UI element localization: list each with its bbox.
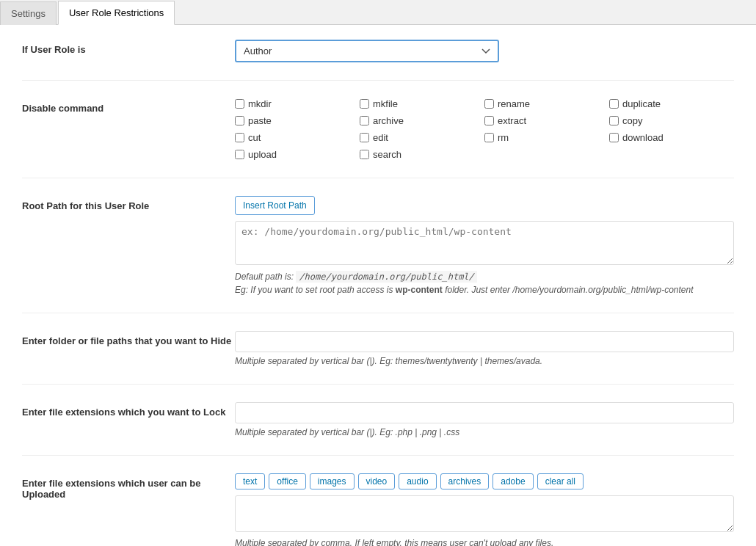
checkbox-extract-label: extract: [498, 115, 526, 126]
tab-settings[interactable]: Settings: [0, 1, 57, 25]
upload-extensions-control: text office images video audio archives …: [235, 473, 734, 546]
lock-extensions-control: Multiple separated by vertical bar (|). …: [235, 402, 734, 437]
checkbox-mkfile[interactable]: mkfile: [360, 98, 477, 109]
checkbox-upload-label: upload: [248, 149, 277, 160]
checkbox-download[interactable]: download: [609, 132, 727, 143]
checkbox-paste-input[interactable]: [235, 116, 244, 125]
root-path-hint: Eg: If you want to set root path access …: [235, 285, 734, 295]
checkbox-upload-input[interactable]: [235, 150, 244, 159]
default-path-text: Default path is: /home/yourdomain.org/pu…: [235, 272, 734, 282]
checkbox-mkdir-input[interactable]: [235, 99, 244, 109]
checkbox-duplicate-label: duplicate: [622, 98, 661, 109]
checkbox-paste-label: paste: [248, 115, 272, 126]
checkbox-copy-input[interactable]: [609, 116, 619, 125]
checkbox-search[interactable]: search: [360, 149, 477, 160]
disable-command-label: Disable command: [22, 98, 235, 114]
checkbox-edit[interactable]: edit: [360, 132, 477, 143]
checkbox-duplicate-input[interactable]: [609, 99, 619, 109]
checkbox-edit-input[interactable]: [360, 133, 369, 142]
disable-command-control: mkdir mkfile rename duplicate paste arch…: [235, 98, 734, 160]
checkbox-mkdir-label: mkdir: [248, 98, 272, 109]
lock-extensions-hint: Multiple separated by vertical bar (|). …: [235, 427, 734, 437]
checkbox-paste[interactable]: paste: [235, 115, 352, 126]
tag-audio-button[interactable]: audio: [399, 473, 436, 489]
checkbox-archive-label: archive: [373, 115, 404, 126]
checkbox-mkfile-input[interactable]: [360, 99, 369, 109]
root-path-textarea[interactable]: [235, 221, 734, 265]
checkbox-rm-input[interactable]: [484, 133, 494, 142]
root-path-row: Root Path for this User Role Insert Root…: [22, 196, 734, 313]
tag-clear-all-button[interactable]: clear all: [537, 473, 584, 489]
tag-office-button[interactable]: office: [269, 473, 305, 489]
upload-extensions-textarea[interactable]: [235, 495, 734, 532]
checkbox-extract[interactable]: extract: [484, 115, 602, 126]
tag-text-button[interactable]: text: [235, 473, 265, 489]
user-role-row: If User Role is Administrator Editor Aut…: [22, 40, 734, 81]
checkbox-cut[interactable]: cut: [235, 132, 352, 143]
hide-folders-hint: Multiple separated by vertical bar (|). …: [235, 356, 734, 366]
checkbox-search-input[interactable]: [360, 150, 369, 159]
lock-extensions-input[interactable]: [235, 402, 734, 423]
checkbox-download-input[interactable]: [609, 133, 619, 142]
default-path-value: /home/yourdomain.org/public_html/: [296, 271, 476, 283]
checkbox-rm-label: rm: [498, 132, 509, 143]
tag-adobe-button[interactable]: adobe: [493, 473, 533, 489]
checkbox-mkfile-label: mkfile: [373, 98, 398, 109]
hide-folders-control: Multiple separated by vertical bar (|). …: [235, 331, 734, 366]
root-path-control: Insert Root Path Default path is: /home/…: [235, 196, 734, 295]
tab-user-role-restrictions[interactable]: User Role Restrictions: [58, 1, 175, 25]
hide-folders-row: Enter folder or file paths that you want…: [22, 331, 734, 385]
tag-images-button[interactable]: images: [310, 473, 355, 489]
lock-extensions-label: Enter file extensions which you want to …: [22, 402, 235, 418]
user-role-select[interactable]: Administrator Editor Author Contributor …: [235, 40, 499, 62]
checkbox-edit-label: edit: [373, 132, 388, 143]
checkbox-rename-input[interactable]: [484, 99, 494, 109]
checkbox-mkdir[interactable]: mkdir: [235, 98, 352, 109]
checkbox-extract-input[interactable]: [484, 116, 494, 125]
checkbox-archive[interactable]: archive: [360, 115, 477, 126]
checkbox-copy-label: copy: [622, 115, 642, 126]
tag-archives-button[interactable]: archives: [440, 473, 490, 489]
checkboxes-grid: mkdir mkfile rename duplicate paste arch…: [235, 98, 734, 160]
checkbox-duplicate[interactable]: duplicate: [609, 98, 727, 109]
tag-buttons-group: text office images video audio archives …: [235, 473, 734, 489]
checkbox-rename-label: rename: [498, 98, 530, 109]
checkbox-copy[interactable]: copy: [609, 115, 727, 126]
user-role-label: If User Role is: [22, 40, 235, 55]
upload-extensions-hint: Multiple separated by comma. If left emp…: [235, 538, 734, 546]
upload-extensions-row: Enter file extensions which user can be …: [22, 473, 734, 546]
checkbox-cut-label: cut: [248, 132, 261, 143]
checkbox-download-label: download: [622, 132, 664, 143]
disable-command-row: Disable command mkdir mkfile rename dupl…: [22, 98, 734, 178]
lock-extensions-row: Enter file extensions which you want to …: [22, 402, 734, 456]
hide-folders-label: Enter folder or file paths that you want…: [22, 331, 235, 346]
user-role-control: Administrator Editor Author Contributor …: [235, 40, 734, 62]
main-panel: If User Role is Administrator Editor Aut…: [0, 25, 756, 546]
root-path-label: Root Path for this User Role: [22, 196, 235, 211]
checkbox-rm[interactable]: rm: [484, 132, 602, 143]
upload-extensions-label: Enter file extensions which user can be …: [22, 473, 235, 500]
checkbox-rename[interactable]: rename: [484, 98, 602, 109]
hide-folders-input[interactable]: [235, 331, 734, 352]
insert-root-path-button[interactable]: Insert Root Path: [235, 196, 315, 215]
checkbox-search-label: search: [373, 149, 401, 160]
checkbox-upload[interactable]: upload: [235, 149, 352, 160]
checkbox-cut-input[interactable]: [235, 133, 244, 142]
tabs-bar: Settings User Role Restrictions: [0, 0, 756, 25]
tag-video-button[interactable]: video: [358, 473, 396, 489]
checkbox-archive-input[interactable]: [360, 116, 369, 125]
